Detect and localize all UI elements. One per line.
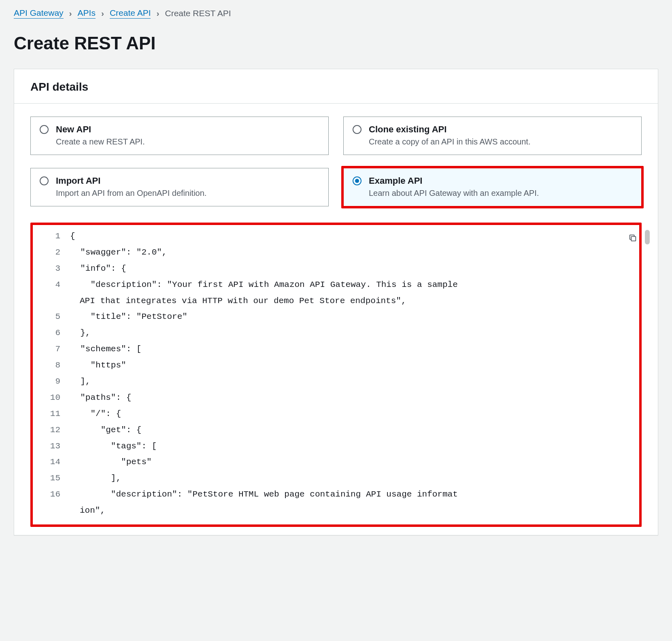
scrollbar-thumb[interactable] (645, 230, 650, 244)
api-details-panel: API details New API Create a new REST AP… (14, 69, 658, 535)
option-desc: Import an API from an OpenAPI definition… (56, 189, 206, 198)
radio-icon (40, 176, 49, 185)
line-number: 7 (41, 341, 70, 357)
panel-header: API details (14, 69, 658, 104)
code-line: 11 "/": { (41, 406, 627, 422)
line-number: 3 (41, 261, 70, 277)
code-line: 5 "title": "PetStore" (41, 309, 627, 325)
line-content: { (70, 228, 627, 244)
code-line: 6 }, (41, 325, 627, 341)
option-title: Import API (56, 176, 206, 186)
option-desc: Learn about API Gateway with an example … (369, 189, 539, 198)
radio-icon (353, 176, 362, 185)
breadcrumb-link-create-api[interactable]: Create API (110, 8, 151, 19)
code-line: 3 "info": { (41, 261, 627, 277)
line-number: 4 (41, 277, 70, 293)
line-number: 14 (41, 454, 70, 470)
line-content: "pets" (70, 454, 627, 470)
line-content: "https" (70, 357, 627, 374)
code-line: 4 "description": "Your first API with Am… (41, 277, 627, 293)
line-number: 12 (41, 422, 70, 438)
api-type-options: New API Create a new REST API. Clone exi… (30, 117, 642, 206)
line-number: 5 (41, 309, 70, 325)
line-number: 11 (41, 406, 70, 422)
code-line: 13 "tags": [ (41, 438, 627, 454)
line-number: 10 (41, 390, 70, 406)
page-title: Create REST API (0, 21, 672, 69)
line-content-wrap: ion", (41, 503, 627, 519)
code-lines: 1{2 "swagger": "2.0",3 "info": {4 "descr… (33, 227, 639, 519)
code-line: 8 "https" (41, 357, 627, 374)
breadcrumb-current: Create REST API (165, 8, 231, 18)
line-number: 16 (41, 486, 70, 503)
breadcrumb: API Gateway › APIs › Create API › Create… (0, 0, 672, 21)
code-line: 9 ], (41, 374, 627, 390)
code-line: 2 "swagger": "2.0", (41, 244, 627, 261)
line-content: ], (70, 470, 627, 486)
line-content: }, (70, 325, 627, 341)
line-content: "info": { (70, 261, 627, 277)
code-line: 7 "schemes": [ (41, 341, 627, 357)
radio-icon (353, 125, 362, 134)
line-content: "description": "Your first API with Amaz… (70, 277, 627, 293)
option-desc: Create a copy of an API in this AWS acco… (369, 137, 530, 146)
option-clone-existing-api[interactable]: Clone existing API Create a copy of an A… (343, 117, 642, 155)
line-number: 1 (41, 228, 70, 244)
option-desc: Create a new REST API. (56, 137, 145, 146)
code-line: 12 "get": { (41, 422, 627, 438)
svg-rect-0 (631, 236, 636, 241)
breadcrumb-link-apis[interactable]: APIs (78, 8, 96, 19)
option-title: Example API (369, 176, 539, 186)
code-line: 15 ], (41, 470, 627, 486)
option-title: Clone existing API (369, 124, 530, 135)
option-new-api[interactable]: New API Create a new REST API. (30, 117, 329, 155)
breadcrumb-link-api-gateway[interactable]: API Gateway (14, 8, 64, 19)
panel-title: API details (30, 81, 642, 93)
radio-icon (40, 125, 49, 134)
code-line: 10 "paths": { (41, 390, 627, 406)
option-title: New API (56, 124, 145, 135)
line-content-wrap: API that integrates via HTTP with our de… (41, 293, 627, 309)
line-content: "swagger": "2.0", (70, 244, 627, 261)
chevron-right-icon: › (156, 8, 159, 18)
line-number: 8 (41, 357, 70, 374)
line-number: 6 (41, 325, 70, 341)
line-content: ], (70, 374, 627, 390)
line-content: "paths": { (70, 390, 627, 406)
chevron-right-icon: › (101, 8, 104, 18)
option-example-api[interactable]: Example API Learn about API Gateway with… (343, 168, 642, 206)
code-line: 16 "description": "PetStore HTML web pag… (41, 486, 627, 503)
line-number: 9 (41, 374, 70, 390)
option-import-api[interactable]: Import API Import an API from an OpenAPI… (30, 168, 329, 206)
line-content: "title": "PetStore" (70, 309, 627, 325)
chevron-right-icon: › (69, 8, 72, 18)
line-content: "description": "PetStore HTML web page c… (70, 486, 627, 503)
line-number: 15 (41, 470, 70, 486)
copy-button[interactable] (625, 231, 640, 245)
code-line: 1{ (41, 228, 627, 244)
line-content: "/": { (70, 406, 627, 422)
code-line: 14 "pets" (41, 454, 627, 470)
copy-icon (628, 233, 637, 242)
line-number: 13 (41, 438, 70, 454)
line-content: "get": { (70, 422, 627, 438)
line-content: "tags": [ (70, 438, 627, 454)
example-api-code-editor[interactable]: 1{2 "swagger": "2.0",3 "info": {4 "descr… (30, 223, 642, 527)
line-number: 2 (41, 244, 70, 261)
line-content: "schemes": [ (70, 341, 627, 357)
